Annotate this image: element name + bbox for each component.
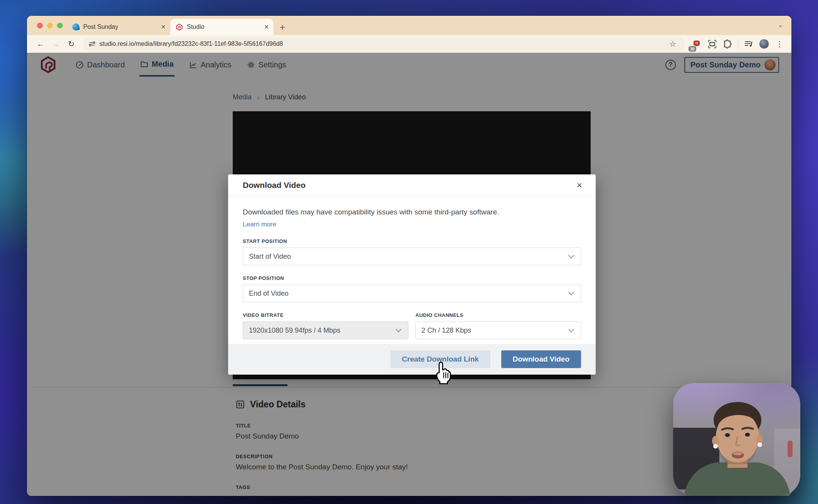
chevron-down-icon: [568, 328, 574, 333]
zoom-window-button[interactable]: [57, 23, 63, 28]
extension-badge: 30: [689, 46, 696, 52]
stop-position-select[interactable]: End of Video: [243, 285, 581, 302]
modal-title: Download Video: [243, 181, 306, 190]
resi-favicon-icon: [176, 23, 183, 31]
download-video-modal: Download Video ✕ Downloaded files may ha…: [228, 174, 596, 375]
tab-close-icon[interactable]: ✕: [264, 23, 269, 30]
toolbar-divider: [738, 40, 738, 48]
browser-profile-avatar[interactable]: [758, 37, 771, 50]
video-bitrate-label: VIDEO BITRATE: [243, 312, 408, 318]
stop-position-label: STOP POSITION: [243, 275, 581, 281]
tab-post-sunday[interactable]: Post Sunday ✕: [67, 19, 170, 35]
bookmark-star-icon[interactable]: ☆: [666, 37, 679, 50]
address-bar[interactable]: studio.resi.io/media/library/fd23232c-83…: [83, 37, 685, 51]
chevron-down-icon: [568, 291, 574, 296]
browser-menu-kebab-icon[interactable]: ⋮: [773, 37, 786, 50]
screenshot-capture-icon[interactable]: [705, 37, 719, 50]
desktop-wallpaper: Post Sunday ✕ Studio ✕ + ⌄ ← → ↻: [0, 0, 818, 504]
webcam-overlay: [673, 383, 800, 496]
audio-channels-select[interactable]: 2 Ch / 128 Kbps: [415, 321, 581, 339]
browser-tab-strip: Post Sunday ✕ Studio ✕ + ⌄: [27, 16, 791, 35]
modal-footer: Create Download Link Download Video: [228, 344, 596, 375]
url-text: studio.resi.io/media/library/fd23232c-83…: [99, 40, 283, 47]
hand-cursor-icon: [431, 360, 453, 387]
presenter-video: [673, 383, 800, 496]
reload-icon[interactable]: ↻: [65, 37, 78, 50]
browser-toolbar: ← → ↻ studio.resi.io/media/library/fd232…: [27, 35, 791, 53]
calendar-extension-icon[interactable]: 30: [690, 37, 703, 50]
back-icon[interactable]: ←: [34, 37, 47, 50]
new-tab-button[interactable]: +: [280, 22, 285, 33]
download-video-button[interactable]: Download Video: [501, 350, 581, 368]
site-info-icon[interactable]: [89, 40, 96, 47]
playlist-music-icon[interactable]: [742, 37, 755, 50]
chevron-down-icon: [568, 255, 574, 259]
stop-position-value: End of Video: [249, 290, 289, 298]
chevron-down-icon: [395, 328, 402, 333]
tab-search-chevron-icon[interactable]: ⌄: [778, 21, 783, 28]
audio-channels-value: 2 Ch / 128 Kbps: [422, 327, 471, 335]
chat-bubble-favicon-icon: [72, 23, 80, 31]
tab-studio[interactable]: Studio ✕: [170, 19, 274, 35]
window-controls: [37, 23, 63, 28]
start-position-select[interactable]: Start of Video: [243, 248, 581, 265]
minimize-window-button[interactable]: [47, 23, 53, 28]
tab-title: Post Sunday: [83, 23, 157, 30]
extensions-puzzle-icon[interactable]: [721, 37, 734, 50]
start-position-value: Start of Video: [249, 253, 291, 261]
video-bitrate-value: 1920x1080 59.94fps / 4 Mbps: [249, 327, 340, 335]
modal-body: Downloaded files may have compatibility …: [228, 196, 596, 339]
forward-icon[interactable]: →: [49, 37, 62, 50]
close-icon[interactable]: ✕: [575, 179, 584, 191]
compatibility-message: Downloaded files may have compatibility …: [243, 208, 581, 216]
tab-title: Studio: [187, 23, 260, 30]
close-window-button[interactable]: [37, 23, 43, 28]
audio-channels-label: AUDIO CHANNELS: [415, 312, 581, 318]
start-position-label: START POSITION: [243, 238, 581, 244]
learn-more-link[interactable]: Learn more: [243, 221, 581, 228]
video-bitrate-select[interactable]: 1920x1080 59.94fps / 4 Mbps: [243, 321, 408, 339]
tab-close-icon[interactable]: ✕: [161, 23, 166, 30]
modal-header: Download Video ✕: [228, 174, 596, 196]
